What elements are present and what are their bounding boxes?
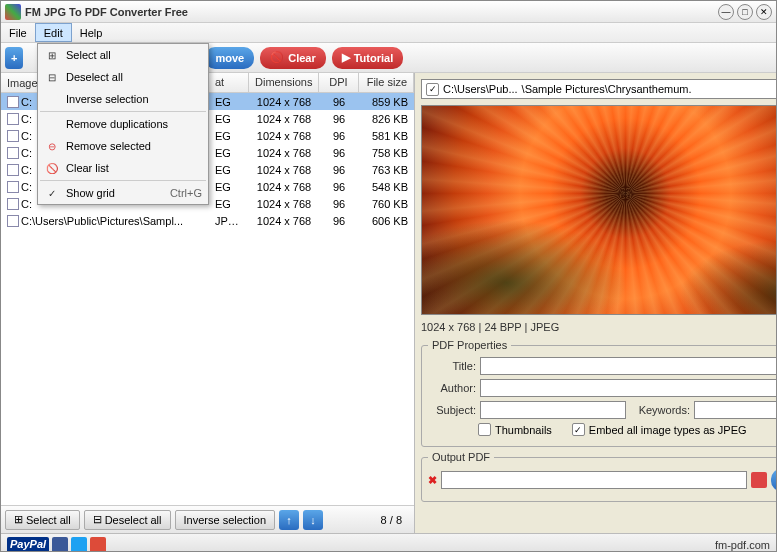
path-check-icon: ✓ [426, 83, 439, 96]
preview-path: ✓ C:\Users\Pub...\Sample Pictures\Chrysa… [421, 79, 777, 99]
file-icon [7, 96, 19, 108]
thumbnails-checkbox[interactable]: Thumbnails [478, 423, 552, 436]
file-icon [7, 130, 19, 142]
image-meta: 1024 x 768 | 24 BPP | JPEG [421, 321, 559, 333]
app-icon [5, 4, 21, 20]
paypal-icon[interactable]: PayPal [7, 537, 49, 553]
file-icon [7, 181, 19, 193]
pdf-icon [751, 472, 767, 488]
menu-item[interactable]: ⊟Deselect all [38, 66, 208, 88]
twitter-icon[interactable] [71, 537, 87, 553]
clear-output-icon[interactable]: ✖ [428, 474, 437, 487]
file-icon [7, 198, 19, 210]
deselect-all-button[interactable]: ⊟ Deselect all [84, 510, 171, 530]
menu-help[interactable]: Help [72, 23, 111, 42]
file-icon [7, 147, 19, 159]
pdf-keywords-input[interactable] [694, 401, 777, 419]
minimize-button[interactable]: — [718, 4, 734, 20]
menu-item[interactable]: Remove duplications [38, 113, 208, 135]
image-preview [421, 105, 777, 315]
window-title: FM JPG To PDF Converter Free [25, 6, 718, 18]
facebook-icon[interactable] [52, 537, 68, 553]
menu-item[interactable]: ✓Show gridCtrl+G [38, 182, 208, 204]
file-icon [7, 113, 19, 125]
add-button[interactable]: + [5, 47, 23, 69]
output-pdf-group: Output PDF ✖ ▶ Start [421, 451, 777, 502]
menu-item[interactable]: 🚫Clear list [38, 157, 208, 179]
inverse-selection-button[interactable]: Inverse selection [175, 510, 276, 530]
pdf-title-input[interactable] [480, 357, 777, 375]
clear-button[interactable]: 🚫 Clear [260, 47, 326, 69]
menu-item[interactable]: ⊖Remove selected [38, 135, 208, 157]
file-icon [7, 164, 19, 176]
remove-button[interactable]: move [205, 47, 254, 69]
move-down-button[interactable]: ↓ [303, 510, 323, 530]
embed-jpeg-checkbox[interactable]: ✓Embed all image types as JPEG [572, 423, 747, 436]
count-label: 8 / 8 [327, 514, 410, 526]
menu-item[interactable]: ⊞Select all [38, 44, 208, 66]
table-row[interactable]: C:\Users\Public\Pictures\Sampl...JPEG102… [1, 212, 414, 229]
file-icon [7, 215, 19, 227]
edit-menu-dropdown: ⊞Select all⊟Deselect allInverse selectio… [37, 43, 209, 205]
tutorial-button[interactable]: ▶ Tutorial [332, 47, 404, 69]
move-up-button[interactable]: ↑ [279, 510, 299, 530]
maximize-button[interactable]: □ [737, 4, 753, 20]
site-link[interactable]: fm-pdf.com [715, 539, 770, 551]
menu-file[interactable]: File [1, 23, 35, 42]
close-button[interactable]: ✕ [756, 4, 772, 20]
menu-item[interactable]: Inverse selection [38, 88, 208, 110]
menu-edit[interactable]: Edit [35, 23, 72, 42]
gplus-icon[interactable] [90, 537, 106, 553]
start-button[interactable]: ▶ Start [771, 469, 777, 491]
pdf-properties-group: PDF Properties Title: Author: Subject: K… [421, 339, 777, 447]
output-path-input[interactable] [441, 471, 747, 489]
select-all-button[interactable]: ⊞ Select all [5, 510, 80, 530]
pdf-subject-input[interactable] [480, 401, 626, 419]
pdf-author-input[interactable] [480, 379, 777, 397]
